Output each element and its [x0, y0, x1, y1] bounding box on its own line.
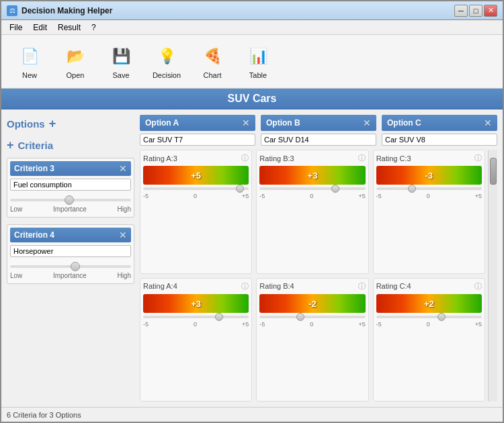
rating-a3-header: Rating A:3 ⓘ	[143, 153, 249, 163]
rating-b4-info-button[interactable]: ⓘ	[358, 281, 366, 291]
criterion-4-slider-track	[10, 265, 131, 268]
importance-low-label: Low	[10, 205, 22, 213]
criterion-3-slider-thumb[interactable]	[65, 195, 74, 205]
rating-c4-slider-area: -5 0 +5	[376, 316, 482, 328]
open-label: Open	[67, 71, 85, 79]
decision-button[interactable]: 💡 Decision	[145, 39, 188, 85]
rating-a4-slider-thumb[interactable]	[215, 313, 223, 321]
rating-c3-colorbar: -3	[376, 166, 482, 185]
option-b-title: Option B	[266, 118, 300, 128]
rating-a3-info-button[interactable]: ⓘ	[241, 153, 249, 163]
rating-b3-slider-thumb[interactable]	[331, 185, 339, 193]
save-icon: 💾	[109, 44, 133, 68]
option-c-input[interactable]	[382, 134, 497, 146]
rating-b3-value: +3	[308, 171, 318, 181]
rating-a4-labels: -5 0 +5	[143, 321, 249, 328]
criterion-4-header: Criterion 4 ✕	[10, 228, 131, 242]
new-button[interactable]: 📄 New	[8, 39, 51, 85]
rating-c3-box: Rating C:3 ⓘ -3 -5	[373, 150, 485, 274]
criteria-label: Criteria	[18, 140, 54, 151]
criterion-3-box: Criterion 3 ✕ Low Importance High	[7, 158, 134, 218]
rating-c3-value: -3	[425, 171, 433, 181]
rating-c4-info-button[interactable]: ⓘ	[474, 281, 482, 291]
criterion-3-title: Criterion 3	[14, 164, 54, 173]
page-title: SUV Cars	[1, 89, 503, 109]
rating-c3-slider-thumb[interactable]	[408, 185, 416, 193]
rating-a3-value: +5	[191, 171, 201, 181]
criterion-4-slider-thumb[interactable]	[71, 262, 80, 271]
rating-a4-slider-track	[143, 316, 249, 318]
option-a-close[interactable]: ✕	[242, 117, 250, 128]
rating-a3-slider-area: -5 0 +5	[143, 187, 249, 199]
minimize-button[interactable]: ─	[454, 5, 468, 17]
importance-mid-label: Importance	[53, 205, 87, 213]
maximize-button[interactable]: □	[469, 5, 482, 17]
save-button[interactable]: 💾 Save	[99, 39, 142, 85]
app-icon: ⚖	[7, 5, 17, 16]
rating-a4-colorbar: +3	[143, 294, 249, 313]
save-label: Save	[112, 71, 129, 79]
options-section-header: Options +	[7, 115, 134, 132]
new-icon: 📄	[17, 44, 42, 68]
criterion-3-input[interactable]	[10, 179, 131, 191]
table-icon: 📊	[246, 44, 270, 68]
window-controls: ─ □ ✕	[454, 5, 497, 17]
open-button[interactable]: 📂 Open	[54, 39, 97, 85]
menu-edit[interactable]: Edit	[28, 21, 52, 34]
rating-a4-value: +3	[191, 298, 201, 308]
menu-help[interactable]: ?	[86, 21, 101, 34]
ratings-area: Rating A:3 ⓘ +5 -5	[140, 150, 497, 402]
chart-label: Chart	[204, 71, 222, 79]
criterion-4-close-button[interactable]: ✕	[119, 230, 127, 240]
rating-a3-slider-track	[143, 187, 249, 190]
rating-c4-colorbar: +2	[376, 294, 482, 313]
rating-b3-label: Rating B:3	[259, 154, 294, 162]
rating-c3-info-button[interactable]: ⓘ	[474, 153, 482, 163]
option-b-input[interactable]	[261, 134, 376, 146]
rating-b3-colorbar: +3	[259, 166, 365, 185]
rating-a3-labels: -5 0 +5	[143, 193, 249, 199]
add-option-button[interactable]: +	[49, 117, 56, 130]
add-criteria-button[interactable]: +	[7, 139, 14, 151]
criterion-3-importance: Low Importance High	[10, 193, 131, 214]
rating-c3-slider-track	[376, 187, 482, 190]
rating-a4-info-button[interactable]: ⓘ	[241, 281, 249, 291]
close-button[interactable]: ✕	[484, 5, 497, 17]
importance-low-label-2: Low	[10, 272, 22, 279]
scroll-thumb[interactable]	[490, 158, 497, 185]
option-a-title: Option A	[145, 118, 179, 128]
option-b-col: Option B ✕	[261, 115, 376, 146]
chart-button[interactable]: 🍕 Chart	[191, 39, 234, 85]
rating-b3-info-button[interactable]: ⓘ	[358, 153, 366, 163]
option-c-col: Option C ✕	[382, 115, 497, 146]
main-window: ⚖ Decision Making Helper ─ □ ✕ File Edit…	[0, 0, 504, 423]
rating-b4-slider-thumb[interactable]	[296, 313, 304, 321]
rating-c4-slider-thumb[interactable]	[437, 313, 446, 321]
ratings-grid: Rating A:3 ⓘ +5 -5	[140, 150, 485, 402]
criterion-3-slider-labels: Low Importance High	[10, 205, 131, 213]
window-title: Decision Making Helper	[22, 6, 454, 15]
rating-b4-value: -2	[308, 298, 317, 308]
title-bar: ⚖ Decision Making Helper ─ □ ✕	[1, 1, 503, 20]
status-text: 6 Criteria for 3 Options	[7, 411, 81, 419]
option-c-close[interactable]: ✕	[484, 117, 492, 128]
rating-b3-labels: -5 0 +5	[259, 193, 365, 199]
option-b-close[interactable]: ✕	[363, 117, 371, 128]
rating-a3-slider-thumb[interactable]	[236, 185, 244, 193]
rating-b4-labels: -5 0 +5	[259, 321, 365, 328]
criterion-4-title: Criterion 4	[14, 230, 54, 240]
menu-file[interactable]: File	[4, 21, 28, 34]
menu-result[interactable]: Result	[52, 21, 86, 34]
option-a-col: Option A ✕	[140, 115, 255, 146]
rating-a4-box: Rating A:4 ⓘ +3 -5	[140, 278, 252, 402]
rating-c3-slider-area: -5 0 +5	[376, 187, 482, 199]
left-panel: Options + + Criteria Criterion 3 ✕	[7, 115, 134, 402]
importance-mid-label-2: Importance	[53, 272, 87, 279]
table-button[interactable]: 📊 Table	[237, 39, 280, 85]
criterion-3-close-button[interactable]: ✕	[119, 163, 127, 174]
option-a-input[interactable]	[140, 134, 255, 146]
criterion-4-input[interactable]	[10, 245, 131, 257]
rating-a3-box: Rating A:3 ⓘ +5 -5	[140, 150, 252, 274]
vertical-scrollbar[interactable]	[488, 150, 497, 402]
rating-b3-header: Rating B:3 ⓘ	[259, 153, 365, 163]
